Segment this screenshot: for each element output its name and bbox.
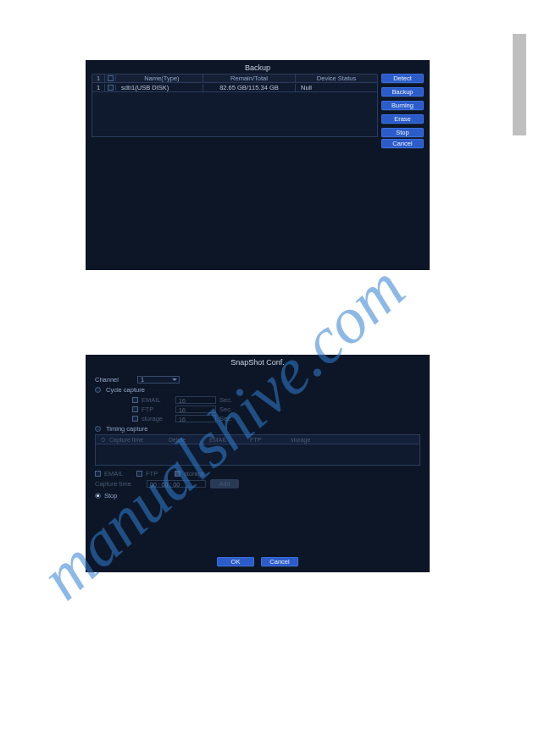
detect-button[interactable]: Detect — [381, 74, 424, 83]
th-ftp: FTP — [250, 437, 291, 443]
stop-label: Stop — [104, 492, 117, 499]
ftp-checkbox[interactable] — [132, 406, 138, 412]
capture-time-input[interactable]: 00 : 00 : 00 — [147, 480, 206, 488]
storage-checkbox[interactable] — [132, 416, 138, 422]
th-capture-time: Capture time — [109, 437, 169, 443]
chevron-down-icon — [172, 378, 177, 381]
th-delete: Delete — [169, 437, 209, 443]
timing-header: 0 Capture time Delete EMAIL FTP storage — [95, 434, 420, 444]
table-header: 1 Name(Type) Remain/Total Device Status — [92, 74, 378, 83]
erase-button[interactable]: Erase — [381, 114, 424, 124]
row-name: sdb1(USB DISK) — [116, 84, 203, 91]
email-checkbox[interactable] — [132, 397, 138, 403]
storage-checkbox-2[interactable] — [175, 471, 180, 477]
row-check — [105, 85, 116, 91]
storage-label-2: storage — [184, 470, 205, 477]
ftp-label: FTP — [142, 406, 172, 413]
ok-button[interactable]: OK — [217, 557, 254, 566]
ftp-unit: Sec. — [219, 406, 232, 413]
ftp-input[interactable]: 16 — [175, 406, 216, 413]
channel-label: Channel — [95, 376, 132, 384]
cycle-capture-radio[interactable] — [95, 387, 101, 393]
email-label-2: EMAIL — [104, 470, 133, 477]
snapshot-panel: SnapShot Conf. Channel 1 Cycle capture E… — [86, 355, 430, 572]
email-unit: Sec. — [219, 396, 232, 404]
cancel-button[interactable]: Cancel — [381, 139, 424, 148]
email-checkbox-2[interactable] — [95, 471, 101, 477]
storage-input[interactable]: 16 — [175, 415, 216, 422]
col-check — [105, 75, 116, 81]
channel-value: 1 — [141, 376, 144, 384]
device-table: 1 Name(Type) Remain/Total Device Status … — [92, 74, 378, 137]
stop-radio[interactable] — [95, 493, 101, 499]
th-email: EMAIL — [209, 437, 250, 443]
snapshot-title: SnapShot Conf. — [86, 356, 429, 368]
email-input[interactable]: 16 — [175, 396, 216, 404]
storage-unit: Sec. — [219, 415, 232, 422]
row-status: Null — [296, 84, 377, 91]
th-storage: storage — [291, 437, 419, 443]
ftp-checkbox-2[interactable] — [136, 471, 142, 477]
cycle-capture-label: Cycle capture — [106, 386, 145, 394]
timing-capture-label: Timing capture — [106, 425, 147, 433]
ftp-label-2: FTP — [146, 470, 171, 477]
storage-label: storage — [142, 415, 172, 422]
stop-button[interactable]: Stop — [381, 128, 424, 137]
capture-time-label: Capture time — [95, 480, 142, 488]
add-button[interactable]: Add — [210, 479, 239, 488]
backup-panel: Backup 1 Name(Type) Remain/Total Device … — [86, 60, 430, 270]
email-label: EMAIL — [142, 396, 172, 404]
header-checkbox[interactable] — [108, 75, 114, 81]
action-buttons: Detect Backup Burning Erase Stop — [381, 74, 424, 137]
cancel-button-2[interactable]: Cancel — [261, 557, 298, 566]
burning-button[interactable]: Burning — [381, 101, 424, 110]
col-remain-total: Remain/Total — [203, 74, 296, 82]
th-0: 0 — [97, 437, 109, 443]
backup-button[interactable]: Backup — [381, 87, 424, 97]
backup-title: Backup — [86, 61, 429, 74]
table-empty-area — [92, 92, 378, 137]
col-count: 1 — [92, 74, 105, 82]
col-device-status: Device Status — [296, 74, 377, 82]
row-checkbox[interactable] — [108, 85, 114, 91]
timing-body — [95, 444, 420, 466]
row-num: 1 — [92, 84, 105, 91]
row-remain-total: 82.65 GB/115.34 GB — [203, 84, 296, 91]
table-row[interactable]: 1 sdb1(USB DISK) 82.65 GB/115.34 GB Null — [92, 83, 378, 92]
timing-capture-radio[interactable] — [95, 426, 101, 432]
page-side-tab — [513, 34, 526, 135]
col-name-type: Name(Type) — [116, 74, 203, 82]
channel-select[interactable]: 1 — [137, 376, 180, 384]
